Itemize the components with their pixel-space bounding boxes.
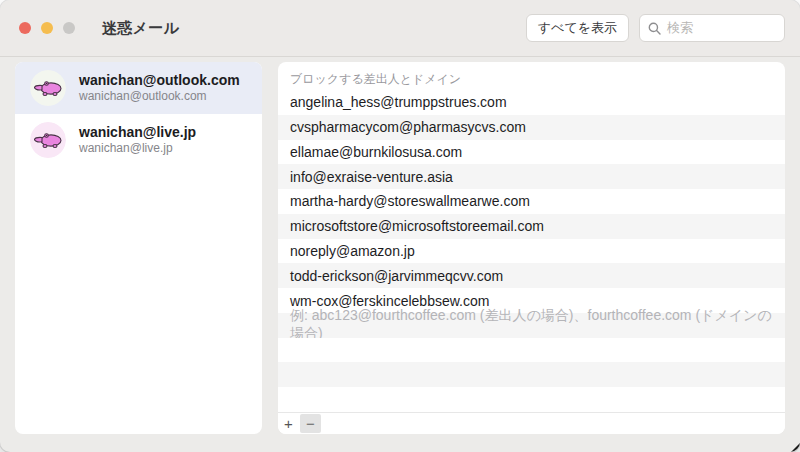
- window-title: 迷惑メール: [102, 19, 179, 38]
- blocked-sender-row[interactable]: todd-erickson@jarvimmeqcvv.com: [278, 263, 785, 288]
- add-sender-button[interactable]: +: [278, 413, 299, 434]
- blocked-sender-row[interactable]: microsoftstore@microsoftstoreemail.com: [278, 214, 785, 239]
- empty-row: [278, 387, 785, 412]
- traffic-lights: [19, 22, 75, 34]
- account-avatar: [30, 70, 66, 106]
- search-input[interactable]: 検索: [639, 14, 785, 42]
- example-placeholder-row[interactable]: 例: abc123@fourthcoffee.com (差出人の場合)、four…: [278, 313, 785, 338]
- account-avatar: [30, 122, 66, 158]
- account-item-livejp[interactable]: wanichan@live.jp wanichan@live.jp: [15, 114, 262, 166]
- empty-row: [278, 362, 785, 387]
- title-bar: 迷惑メール すべてを表示 検索: [0, 0, 800, 57]
- remove-sender-button[interactable]: −: [300, 414, 321, 433]
- blocked-senders-panel: ブロックする差出人とドメイン angelina_hess@trumppstrue…: [278, 62, 785, 434]
- title-bar-right: すべてを表示 検索: [526, 14, 785, 42]
- blocked-sender-row[interactable]: info@exraise-venture.asia: [278, 164, 785, 189]
- search-icon: [648, 22, 661, 35]
- blocked-list-header: ブロックする差出人とドメイン: [278, 62, 785, 90]
- blocked-sender-row[interactable]: ellamae@burnkilosusa.com: [278, 140, 785, 165]
- blocked-sender-row[interactable]: martha-hardy@storeswallmearwe.com: [278, 189, 785, 214]
- list-footer: + −: [278, 412, 785, 434]
- account-email: wanichan@outlook.com: [79, 89, 240, 104]
- account-text: wanichan@outlook.com wanichan@outlook.co…: [79, 72, 240, 105]
- junk-mail-preferences-window: 迷惑メール すべてを表示 検索: [0, 0, 800, 452]
- minimize-window-icon[interactable]: [41, 22, 53, 34]
- blocked-sender-row[interactable]: cvspharmacycom@pharmasycvs.com: [278, 115, 785, 140]
- blocked-sender-row[interactable]: noreply@amazon.jp: [278, 239, 785, 264]
- resize-cursor-artifact: [791, 443, 800, 452]
- account-name: wanichan@live.jp: [79, 124, 196, 142]
- account-name: wanichan@outlook.com: [79, 72, 240, 90]
- account-text: wanichan@live.jp wanichan@live.jp: [79, 124, 196, 157]
- blocked-senders-list: angelina_hess@trumppstrues.com cvspharma…: [278, 90, 785, 412]
- account-email: wanichan@live.jp: [79, 141, 196, 156]
- accounts-sidebar: wanichan@outlook.com wanichan@outlook.co…: [15, 62, 262, 434]
- account-item-outlook[interactable]: wanichan@outlook.com wanichan@outlook.co…: [15, 62, 262, 114]
- blocked-sender-row[interactable]: angelina_hess@trumppstrues.com: [278, 90, 785, 115]
- search-placeholder: 検索: [667, 19, 693, 37]
- empty-row: [278, 338, 785, 363]
- show-all-button[interactable]: すべてを表示: [526, 14, 629, 42]
- close-window-icon[interactable]: [19, 22, 31, 34]
- zoom-window-icon-disabled: [63, 22, 75, 34]
